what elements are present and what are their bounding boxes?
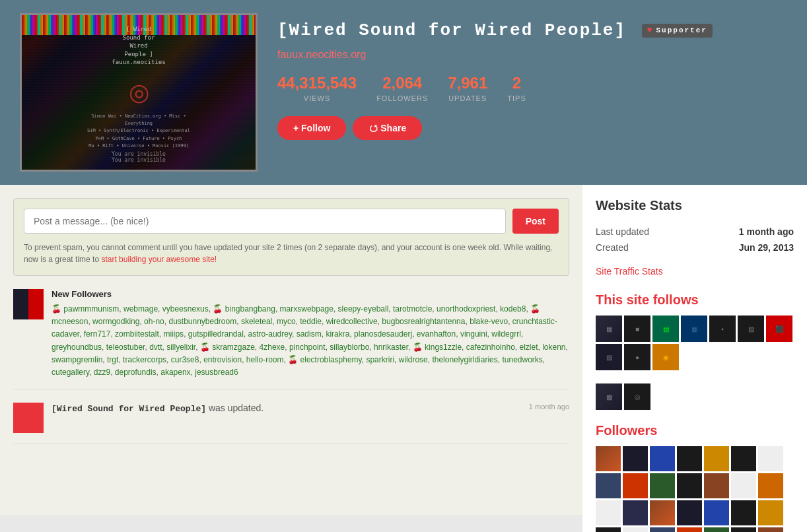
follower-link[interactable]: wormgodking bbox=[92, 317, 139, 326]
follower-link[interactable]: akapenx bbox=[160, 368, 190, 377]
follower-link[interactable]: sadism bbox=[297, 329, 322, 339]
follower-link[interactable]: 🍒 electroblasphemy bbox=[288, 355, 362, 364]
follow-button[interactable]: + Follow bbox=[277, 116, 346, 140]
follower-link[interactable]: teddie bbox=[300, 317, 322, 326]
follower-link[interactable]: dzz9 bbox=[94, 368, 110, 377]
follower-link[interactable]: skeleteal bbox=[241, 317, 272, 326]
follows-thumb-1[interactable]: ▦ bbox=[596, 316, 622, 342]
build-site-link[interactable]: start building your awesome site! bbox=[101, 255, 217, 264]
follows-thumb-5[interactable]: ▪ bbox=[709, 316, 736, 342]
follower-link[interactable]: kirakra bbox=[326, 329, 349, 339]
follower-link[interactable]: jesusbread6 bbox=[195, 368, 238, 377]
follower-link[interactable]: cur3se8 bbox=[171, 355, 199, 364]
follower-link[interactable]: entrovision bbox=[203, 355, 242, 364]
follower-link[interactable]: pinchpoint bbox=[289, 343, 326, 352]
follower-thumb-27[interactable] bbox=[731, 527, 756, 532]
follower-link[interactable]: sillyelixir bbox=[166, 343, 195, 352]
follower-thumb-16[interactable] bbox=[623, 500, 648, 525]
follower-link[interactable]: wildrose bbox=[399, 355, 428, 364]
site-traffic-link[interactable]: Site Traffic Stats bbox=[596, 266, 794, 277]
follower-link[interactable]: dustbunnybedroom bbox=[168, 317, 236, 326]
follower-thumb-11[interactable] bbox=[677, 473, 702, 498]
follower-link[interactable]: planosdesauderj bbox=[354, 329, 412, 339]
follower-link[interactable]: vinguini bbox=[460, 329, 487, 339]
follower-link[interactable]: kodeb8 bbox=[500, 304, 526, 314]
follower-link[interactable]: gutspilledrandal bbox=[188, 329, 244, 339]
follower-link[interactable]: wildegrrl bbox=[491, 329, 521, 339]
share-button[interactable]: ⭯ Share bbox=[353, 116, 422, 140]
follower-link[interactable]: bugbosrealrightantenna bbox=[382, 317, 465, 326]
profile-url-link[interactable]: fauux.neocities.org bbox=[277, 49, 787, 61]
follower-thumb-6[interactable] bbox=[731, 446, 756, 471]
follower-thumb-15[interactable] bbox=[596, 500, 621, 525]
follows-thumb-10[interactable]: ◉ bbox=[652, 344, 679, 370]
follower-thumb-13[interactable] bbox=[731, 473, 756, 498]
follower-link[interactable]: sleepy-eyeball bbox=[338, 304, 389, 314]
follows-thumb-2[interactable]: ■ bbox=[624, 316, 650, 342]
follower-thumb-25[interactable] bbox=[677, 527, 702, 532]
follower-link[interactable]: 🍒 kings1zzle bbox=[413, 343, 462, 352]
follower-thumb-22[interactable] bbox=[596, 527, 621, 532]
follower-link[interactable]: evanhafton bbox=[417, 329, 456, 339]
follower-link[interactable]: tarotmotcle bbox=[393, 304, 432, 314]
follower-link[interactable]: webmage bbox=[123, 304, 158, 314]
follower-link[interactable]: unorthodoxpriest bbox=[437, 304, 495, 314]
follower-thumb-26[interactable] bbox=[704, 527, 729, 532]
follows-thumb-9[interactable]: ● bbox=[624, 344, 650, 370]
follower-link[interactable]: sillayblorbo bbox=[330, 343, 369, 352]
follower-thumb-28[interactable] bbox=[758, 527, 783, 532]
follower-link[interactable]: 🍒 skramzgaze bbox=[200, 343, 255, 352]
follower-link[interactable]: zombiitestalt bbox=[115, 329, 159, 339]
follower-link[interactable]: miiips bbox=[163, 329, 184, 339]
follower-thumb-7[interactable] bbox=[758, 446, 783, 471]
follower-thumb-5[interactable] bbox=[704, 446, 729, 471]
follower-link[interactable]: blake-vevo bbox=[470, 317, 508, 326]
follower-link[interactable]: trackercorps bbox=[123, 355, 166, 364]
post-button[interactable]: Post bbox=[512, 209, 559, 234]
follower-link[interactable]: thelonelygirldiaries bbox=[432, 355, 497, 364]
follower-thumb-2[interactable] bbox=[623, 446, 648, 471]
follower-link[interactable]: hello-room bbox=[246, 355, 284, 364]
follows-thumb-12[interactable]: ◎ bbox=[624, 383, 650, 410]
follower-link[interactable]: deprofundis bbox=[115, 368, 157, 377]
follower-thumb-10[interactable] bbox=[650, 473, 675, 498]
follower-thumb-19[interactable] bbox=[704, 500, 729, 525]
follower-thumb-23[interactable] bbox=[623, 527, 648, 532]
follower-link[interactable]: cutegallery bbox=[52, 368, 89, 377]
follower-link[interactable]: oh-no bbox=[144, 317, 164, 326]
follower-thumb-17[interactable] bbox=[650, 500, 675, 525]
follower-link[interactable]: astro-audrey bbox=[248, 329, 292, 339]
follower-link[interactable]: swampgremlin bbox=[52, 355, 102, 364]
follower-thumb-3[interactable] bbox=[650, 446, 675, 471]
follower-link[interactable]: wiredcollective bbox=[326, 317, 378, 326]
follower-thumb-18[interactable] bbox=[677, 500, 702, 525]
follower-link[interactable]: fern717 bbox=[84, 329, 111, 339]
follows-thumb-7[interactable]: ⬛ bbox=[766, 316, 792, 342]
follower-link[interactable]: 🍒 pawmmmunism bbox=[52, 304, 119, 314]
follower-link[interactable]: greyhoundbus bbox=[52, 343, 102, 352]
follower-thumb-20[interactable] bbox=[731, 500, 756, 525]
follower-thumb-4[interactable] bbox=[677, 446, 702, 471]
follower-link[interactable]: myco bbox=[277, 317, 296, 326]
follower-link[interactable]: tunedworks bbox=[502, 355, 542, 364]
follower-thumb-14[interactable] bbox=[758, 473, 783, 498]
follower-link[interactable]: trgt bbox=[107, 355, 118, 364]
follower-thumb-24[interactable] bbox=[650, 527, 675, 532]
follower-thumb-21[interactable] bbox=[758, 500, 783, 525]
follower-thumb-12[interactable] bbox=[704, 473, 729, 498]
follower-link[interactable]: elzlet bbox=[519, 343, 538, 352]
follower-link[interactable]: vybeesnexus bbox=[162, 304, 209, 314]
follower-link[interactable]: sparkriri bbox=[366, 355, 394, 364]
follower-link[interactable]: marxswebpage bbox=[280, 304, 333, 314]
follows-thumb-6[interactable]: ▧ bbox=[738, 316, 764, 342]
follower-thumb-1[interactable] bbox=[596, 446, 621, 471]
follower-link[interactable]: 4zhexe bbox=[260, 343, 285, 352]
follows-thumb-4[interactable]: ▦ bbox=[681, 316, 707, 342]
follower-link[interactable]: 🍒 bingbangbang bbox=[213, 304, 275, 314]
follower-thumb-8[interactable] bbox=[596, 473, 621, 498]
follower-link[interactable]: hnrikaster bbox=[374, 343, 408, 352]
follower-thumb-9[interactable] bbox=[623, 473, 648, 498]
follows-thumb-8[interactable]: ▤ bbox=[596, 344, 622, 370]
follows-thumb-11[interactable]: ▩ bbox=[596, 383, 622, 410]
follower-link[interactable]: lokenn bbox=[542, 343, 565, 352]
